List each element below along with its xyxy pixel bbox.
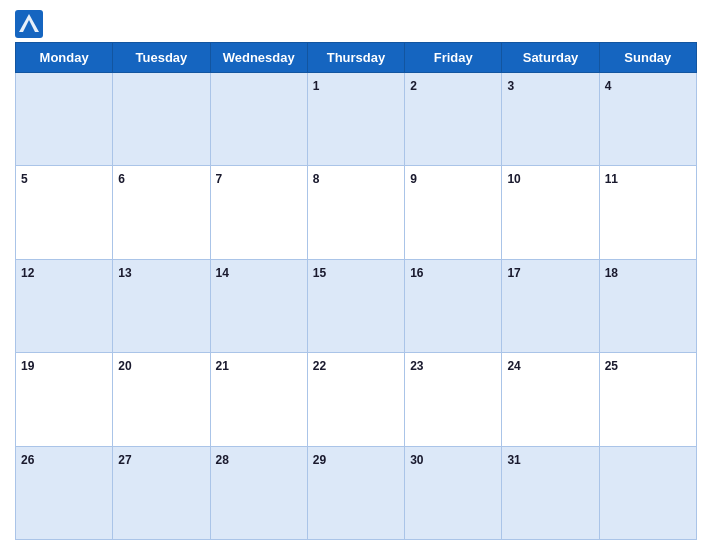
calendar-day-cell xyxy=(210,73,307,166)
calendar-day-cell: 16 xyxy=(405,259,502,352)
weekday-header-thursday: Thursday xyxy=(307,43,404,73)
day-number: 14 xyxy=(216,266,229,280)
day-number: 19 xyxy=(21,359,34,373)
calendar-day-cell: 29 xyxy=(307,446,404,539)
day-number: 16 xyxy=(410,266,423,280)
calendar-day-cell: 17 xyxy=(502,259,599,352)
calendar-week-row: 1234 xyxy=(16,73,697,166)
weekday-header-monday: Monday xyxy=(16,43,113,73)
day-number: 9 xyxy=(410,172,417,186)
logo xyxy=(15,10,47,38)
calendar-week-row: 262728293031 xyxy=(16,446,697,539)
calendar-day-cell: 14 xyxy=(210,259,307,352)
day-number: 12 xyxy=(21,266,34,280)
weekday-header-row: MondayTuesdayWednesdayThursdayFridaySatu… xyxy=(16,43,697,73)
day-number: 31 xyxy=(507,453,520,467)
weekday-header-tuesday: Tuesday xyxy=(113,43,210,73)
calendar-day-cell: 23 xyxy=(405,353,502,446)
day-number: 8 xyxy=(313,172,320,186)
day-number: 7 xyxy=(216,172,223,186)
day-number: 28 xyxy=(216,453,229,467)
calendar-day-cell: 24 xyxy=(502,353,599,446)
calendar-day-cell xyxy=(16,73,113,166)
day-number: 27 xyxy=(118,453,131,467)
calendar-day-cell: 4 xyxy=(599,73,696,166)
calendar-day-cell: 22 xyxy=(307,353,404,446)
calendar-day-cell: 6 xyxy=(113,166,210,259)
calendar-day-cell xyxy=(113,73,210,166)
calendar-day-cell: 15 xyxy=(307,259,404,352)
calendar-day-cell: 25 xyxy=(599,353,696,446)
day-number: 25 xyxy=(605,359,618,373)
calendar-day-cell: 7 xyxy=(210,166,307,259)
calendar-day-cell: 13 xyxy=(113,259,210,352)
weekday-header-wednesday: Wednesday xyxy=(210,43,307,73)
day-number: 17 xyxy=(507,266,520,280)
day-number: 18 xyxy=(605,266,618,280)
calendar-day-cell: 20 xyxy=(113,353,210,446)
calendar-day-cell: 2 xyxy=(405,73,502,166)
day-number: 5 xyxy=(21,172,28,186)
calendar-week-row: 12131415161718 xyxy=(16,259,697,352)
calendar-day-cell: 11 xyxy=(599,166,696,259)
day-number: 2 xyxy=(410,79,417,93)
weekday-header-sunday: Sunday xyxy=(599,43,696,73)
calendar-day-cell: 1 xyxy=(307,73,404,166)
calendar-week-row: 567891011 xyxy=(16,166,697,259)
calendar-day-cell: 30 xyxy=(405,446,502,539)
day-number: 21 xyxy=(216,359,229,373)
calendar-day-cell: 9 xyxy=(405,166,502,259)
day-number: 20 xyxy=(118,359,131,373)
day-number: 6 xyxy=(118,172,125,186)
weekday-header-saturday: Saturday xyxy=(502,43,599,73)
day-number: 24 xyxy=(507,359,520,373)
calendar-day-cell: 12 xyxy=(16,259,113,352)
calendar-day-cell: 8 xyxy=(307,166,404,259)
day-number: 30 xyxy=(410,453,423,467)
day-number: 1 xyxy=(313,79,320,93)
day-number: 11 xyxy=(605,172,618,186)
day-number: 29 xyxy=(313,453,326,467)
calendar-table: MondayTuesdayWednesdayThursdayFridaySatu… xyxy=(15,42,697,540)
calendar-day-cell: 18 xyxy=(599,259,696,352)
day-number: 15 xyxy=(313,266,326,280)
calendar-day-cell: 31 xyxy=(502,446,599,539)
day-number: 3 xyxy=(507,79,514,93)
calendar-header xyxy=(15,10,697,38)
calendar-day-cell: 27 xyxy=(113,446,210,539)
day-number: 23 xyxy=(410,359,423,373)
calendar-day-cell: 5 xyxy=(16,166,113,259)
day-number: 10 xyxy=(507,172,520,186)
day-number: 22 xyxy=(313,359,326,373)
day-number: 26 xyxy=(21,453,34,467)
calendar-day-cell: 10 xyxy=(502,166,599,259)
day-number: 13 xyxy=(118,266,131,280)
logo-icon xyxy=(15,10,43,38)
calendar-day-cell: 28 xyxy=(210,446,307,539)
calendar-day-cell xyxy=(599,446,696,539)
calendar-day-cell: 19 xyxy=(16,353,113,446)
calendar-day-cell: 3 xyxy=(502,73,599,166)
calendar-day-cell: 26 xyxy=(16,446,113,539)
calendar-week-row: 19202122232425 xyxy=(16,353,697,446)
weekday-header-friday: Friday xyxy=(405,43,502,73)
day-number: 4 xyxy=(605,79,612,93)
calendar-day-cell: 21 xyxy=(210,353,307,446)
